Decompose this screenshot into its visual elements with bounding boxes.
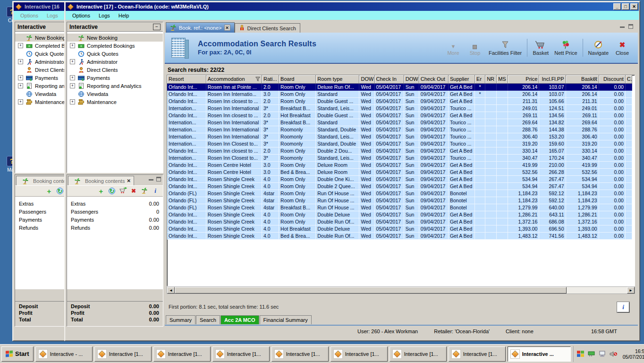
column-header-er[interactable]: Er	[475, 75, 485, 83]
menu-item-options[interactable]: Options	[68, 12, 94, 19]
column-header-check-in[interactable]: Check In	[374, 75, 404, 83]
toolbar-navigate-button[interactable]: Navigate	[585, 40, 611, 56]
column-header-dow[interactable]: DOW	[359, 75, 374, 83]
table-row[interactable]: Internation...Rosen Inn Closest to...3*R…	[167, 140, 632, 147]
expand-toggle[interactable]: +	[70, 83, 75, 88]
taskbar-window-button[interactable]: Interactive [1...	[94, 346, 152, 362]
table-row[interactable]: Orlando Int...Rosen Shingle Creek4.0Room…	[167, 218, 632, 225]
delete-icon[interactable]: ✖	[130, 188, 137, 194]
taskbar-window-button[interactable]: Interactive [1...	[212, 346, 270, 362]
sidebar-item-administrator[interactable]: +Administrator	[67, 58, 163, 66]
scroll-left-arrow[interactable]: ◄	[167, 287, 175, 294]
filter-funnel-icon[interactable]	[255, 77, 261, 83]
column-header-nr[interactable]: NR	[485, 75, 497, 83]
column-header-discount[interactable]: Discount	[599, 75, 625, 83]
close-button[interactable]: ✕	[630, 3, 638, 10]
add-icon[interactable]: +	[45, 187, 53, 195]
expand-toggle[interactable]: +	[18, 99, 23, 104]
refresh-icon[interactable]: ↻	[56, 188, 64, 194]
palm-tree-icon[interactable]	[141, 187, 148, 195]
basket-transfer-icon[interactable]	[119, 187, 127, 195]
close-icon[interactable]: ✕	[127, 178, 130, 183]
column-header-supplier[interactable]: Supplier	[448, 75, 475, 83]
table-row[interactable]: Orlando Int...Rosen Inn at Pointe ...2.0…	[167, 83, 632, 90]
results-table-viewport[interactable]: ResortAccommodationRati...BoardRoom type…	[167, 75, 635, 286]
toolbar-facilities-filter-button[interactable]: Facilities Filter	[486, 40, 525, 56]
column-header-rati[interactable]: Rati...	[262, 75, 279, 83]
taskbar-window-button[interactable]: Interactive - ...	[35, 346, 93, 362]
main-window-titlebar[interactable]: Interactive [17] - Ocean-Florida (code: …	[66, 2, 639, 11]
table-row[interactable]: Orlando Int...Rosen Shingle Creek4.0Hot …	[167, 225, 632, 232]
expand-toggle[interactable]: +	[18, 59, 23, 64]
sidebar-item-reporting-and-analytics[interactable]: +Reporting and Analytics	[67, 82, 163, 90]
table-row[interactable]: Orlando Int...Rosen Inn Internatio...3.0…	[167, 90, 632, 97]
menu-item-logs[interactable]: Logs	[43, 12, 62, 19]
toolbar-nett-price-button[interactable]: Nett Price	[551, 40, 580, 56]
table-row[interactable]: Internation...Rosen Inn Closest to...3*R…	[167, 154, 632, 161]
column-header-ms[interactable]: MS	[497, 75, 508, 83]
horizontal-scrollbar[interactable]: ◄ ►	[167, 286, 635, 294]
table-row[interactable]: Internation...Rosen Inn International3*B…	[167, 104, 632, 112]
taskbar-clock[interactable]: 16:58 05/07/2016	[621, 348, 644, 360]
booking-row[interactable]: Passengers0	[71, 207, 159, 216]
sort-indicator-icon[interactable]	[593, 77, 598, 82]
info-icon[interactable]: i	[152, 187, 159, 195]
table-row[interactable]: Orlando (FL)Rosen Shingle Creek4starBrea…	[167, 204, 632, 211]
booking-row[interactable]: Extras0.00	[71, 199, 159, 207]
table-row[interactable]: Internation...Rosen Inn International3*B…	[167, 119, 632, 126]
column-header-dow[interactable]: DOW	[404, 75, 419, 83]
maximize-button[interactable]: □	[622, 3, 629, 10]
column-header-room-type[interactable]: Room type	[316, 75, 359, 83]
add-icon[interactable]: +	[97, 187, 105, 195]
column-header-board[interactable]: Board	[279, 75, 316, 83]
panel-maximize-icon[interactable]	[628, 24, 633, 29]
menu-item-options[interactable]: Options	[17, 12, 42, 19]
refresh-icon[interactable]: ↻	[108, 188, 116, 194]
expand-toggle[interactable]: +	[70, 99, 75, 104]
table-row[interactable]: Orlando Int...Rosen Inn closest to ...2.…	[167, 112, 632, 119]
tab-close-icon[interactable]: ✕	[224, 25, 230, 31]
expand-toggle[interactable]: +	[18, 83, 23, 88]
expand-toggle[interactable]: +	[70, 43, 75, 48]
booking-tab[interactable]: Booking contents ✕	[68, 176, 134, 185]
panel-minimize-icon[interactable]	[149, 179, 153, 181]
collapse-panel-button[interactable]: −	[153, 24, 161, 30]
toolbar-basket-button[interactable]: Basket	[530, 40, 551, 56]
table-row[interactable]: Orlando Int...Rosen Centre Hotel3.0Room …	[167, 161, 632, 168]
table-row[interactable]: Orlando Int...Rosen Shingle Creek4.0Room…	[167, 182, 632, 190]
sidebar-item-completed-bookings[interactable]: +Completed Bookings	[67, 42, 163, 50]
network-card-icon[interactable]	[588, 351, 595, 357]
table-row[interactable]: Orlando (FL)Rosen Shingle Creek4starRoom…	[167, 197, 632, 204]
tab-direct-clients-search[interactable]: Direct Clients Search	[235, 23, 300, 33]
windows-update-icon[interactable]	[577, 351, 585, 357]
bottom-tab-financial-summary[interactable]: Financial Summary	[260, 315, 312, 324]
column-header-price[interactable]: Price	[508, 75, 539, 83]
sidebar-item-quick-quotes[interactable]: Quick Quotes	[67, 50, 163, 58]
sidebar-item-maintenance[interactable]: +Maintenance	[67, 98, 163, 106]
info-button[interactable]: i	[617, 302, 629, 312]
scroll-thumb[interactable]	[175, 287, 567, 294]
expand-toggle[interactable]: +	[18, 43, 23, 48]
toolbar-close-button[interactable]: ✖Close	[611, 40, 633, 56]
taskbar-window-button[interactable]: Interactive [1...	[390, 346, 447, 362]
panel-maximize-icon[interactable]	[156, 177, 161, 182]
table-row[interactable]: Orlando Int...Rosen Inn closest to ...2.…	[167, 147, 632, 154]
bottom-tab-acc-2a-mco[interactable]: Acc 2A MCO	[220, 315, 259, 324]
panel-minimize-icon[interactable]	[620, 26, 625, 28]
booking-row[interactable]: Refunds0.00	[71, 224, 159, 232]
tab-book-ref-none[interactable]: Book. ref.: <none>✕	[166, 22, 235, 33]
expand-toggle[interactable]: +	[70, 59, 75, 64]
table-row[interactable]: Orlando Int...Rosen Shingle Creek4.0Room…	[167, 211, 632, 218]
volume-muted-icon[interactable]	[610, 351, 618, 357]
start-button[interactable]: Start	[1, 346, 34, 362]
sidebar-item-viewdata[interactable]: Viewdata	[67, 90, 163, 98]
column-header-accommodation[interactable]: Accommodation	[206, 75, 262, 83]
expand-toggle[interactable]: +	[70, 75, 75, 80]
taskbar-window-button[interactable]: Interactive [1...	[330, 346, 388, 362]
column-header-check-out[interactable]: Check Out	[419, 75, 448, 83]
booking-row[interactable]: Payments0.00	[71, 216, 159, 224]
sidebar-item-direct-clients[interactable]: Direct Clients	[67, 66, 163, 74]
taskbar-window-button[interactable]: Interactive [1...	[153, 346, 211, 362]
taskbar-window-button[interactable]: Interactive [1...	[449, 346, 506, 362]
table-row[interactable]: Orlando (FL)Rosen Shingle Creek4starRoom…	[167, 190, 632, 197]
